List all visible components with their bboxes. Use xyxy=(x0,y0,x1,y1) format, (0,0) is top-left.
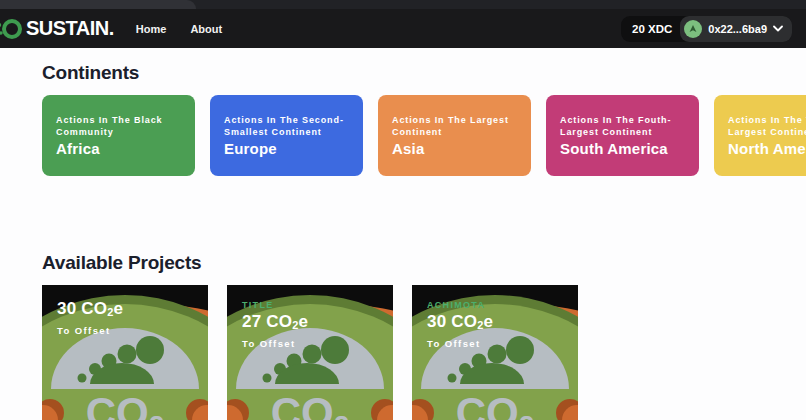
project-overlay-text: ACHIMOTA 30 CO2e To Offset xyxy=(427,299,493,349)
continent-card-subtitle: Actions In The Fouth-Largest Continent xyxy=(560,114,685,138)
nav-link-home[interactable]: Home xyxy=(136,23,167,35)
continent-card-name: North America xyxy=(728,140,806,157)
continent-card-subtitle: Actions In The Third-Largest Continent xyxy=(728,114,806,138)
page-content: Continents Actions In The Black Communit… xyxy=(0,48,806,420)
project-offset-label: To Offset xyxy=(57,325,123,336)
project-title: TITLE xyxy=(242,299,308,312)
chevron-down-icon xyxy=(773,25,783,32)
project-offset-label: To Offset xyxy=(242,338,308,349)
project-overlay-text: 30 CO2e To Offset xyxy=(57,299,123,336)
wallet-widget: 20 XDC 0x22...6ba9 xyxy=(621,16,792,42)
browser-chrome xyxy=(0,0,806,9)
continent-card[interactable]: Actions In The Largest Continent Asia xyxy=(378,95,531,176)
continent-card-name: Asia xyxy=(392,140,517,157)
browser-tab[interactable] xyxy=(0,0,196,9)
project-overlay-text: TITLE 27 CO2e To Offset xyxy=(242,299,308,349)
continent-card[interactable]: Actions In The Second-Smallest Continent… xyxy=(210,95,363,176)
nav-link-about[interactable]: About xyxy=(190,23,222,35)
continent-card-subtitle: Actions In The Second-Smallest Continent xyxy=(224,114,349,138)
brand-logo[interactable]: SUSTAIN. xyxy=(0,15,114,43)
projects-heading: Available Projects xyxy=(42,252,806,274)
continent-card[interactable]: Actions In The Third-Largest Continent N… xyxy=(714,95,806,176)
brand-name: SUSTAIN. xyxy=(26,17,114,40)
project-card[interactable]: CO2 TITLE 27 CO2e To Offset xyxy=(227,285,393,420)
navbar: SUSTAIN. Home About 20 XDC 0x22...6ba9 xyxy=(0,9,806,48)
project-card[interactable]: CO2 30 CO2e To Offset xyxy=(42,285,208,420)
continent-card-name: Europe xyxy=(224,140,349,157)
project-offset-label: To Offset xyxy=(427,338,493,349)
continents-heading: Continents xyxy=(42,62,806,84)
continent-card-subtitle: Actions In The Black Community xyxy=(56,114,181,138)
continent-card-subtitle: Actions In The Largest Continent xyxy=(392,114,517,138)
xdc-token-icon xyxy=(684,20,702,38)
continent-card-name: South America xyxy=(560,140,685,157)
continent-card-name: Africa xyxy=(56,140,181,157)
wallet-balance: 20 XDC xyxy=(632,23,672,35)
project-co2-value: 30 CO2e xyxy=(427,312,493,335)
continent-card-row: Actions In The Black Community Africa Ac… xyxy=(42,95,806,176)
project-co2-value: 30 CO2e xyxy=(57,299,123,322)
wallet-address: 0x22...6ba9 xyxy=(708,23,767,35)
project-title: ACHIMOTA xyxy=(427,299,493,312)
project-co2-value: 27 CO2e xyxy=(242,312,308,335)
wallet-account-button[interactable]: 0x22...6ba9 xyxy=(680,16,792,42)
project-card-row: CO2 30 CO2e To Offset xyxy=(42,285,806,420)
nav-links: Home About xyxy=(136,23,222,35)
continent-card[interactable]: Actions In The Fouth-Largest Continent S… xyxy=(546,95,699,176)
project-card[interactable]: CO2 ACHIMOTA 30 CO2e To Offset xyxy=(412,285,578,420)
continent-card[interactable]: Actions In The Black Community Africa xyxy=(42,95,195,176)
eco-cloud-icon xyxy=(0,15,26,43)
